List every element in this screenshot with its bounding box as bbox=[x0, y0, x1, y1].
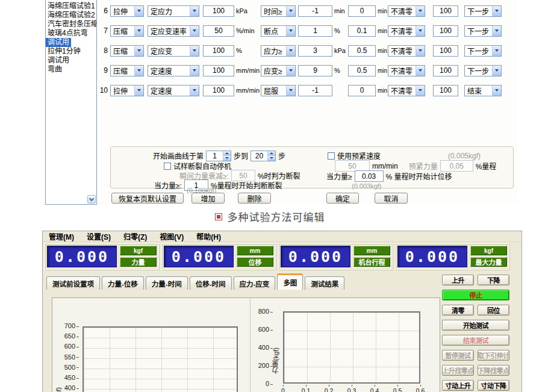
clear-mode-select[interactable]: 不清零 bbox=[388, 25, 425, 37]
target-value-input[interactable]: 100 bbox=[203, 85, 234, 96]
control-button[interactable]: 下降找零点 bbox=[478, 365, 509, 376]
percent-input[interactable]: 100 bbox=[433, 45, 458, 57]
tab[interactable]: 测试结果 bbox=[305, 276, 344, 290]
method-list-item[interactable]: 汽车密封条压缩 bbox=[46, 20, 96, 29]
delete-button[interactable]: 删除 bbox=[238, 193, 271, 204]
method-list-item[interactable]: 拉伸1分钟 bbox=[46, 47, 96, 56]
percent-input[interactable]: 100 bbox=[433, 85, 458, 96]
method-list-item[interactable]: 海绵压缩试验1 bbox=[46, 2, 96, 11]
tab[interactable]: 力量-时间 bbox=[146, 276, 188, 290]
chevron-down-icon bbox=[89, 196, 94, 201]
clear-mode-select[interactable]: 不清零 bbox=[388, 45, 425, 57]
next-step-select[interactable]: 下一步 bbox=[464, 65, 502, 76]
add-button[interactable]: 增加 bbox=[191, 193, 225, 204]
direction-select[interactable]: 拉伸 bbox=[110, 5, 144, 17]
menu-item[interactable]: 设置(S) bbox=[87, 231, 111, 241]
method-list-item[interactable]: 调试用 bbox=[46, 38, 71, 47]
menu-item[interactable]: 归零(Z) bbox=[123, 231, 147, 241]
y-tick-label: 550 bbox=[61, 352, 79, 362]
target-value-input[interactable]: 100 bbox=[203, 65, 234, 76]
end-condition-select[interactable]: 时间≥ bbox=[261, 5, 296, 17]
channel-badge: 机台行程 bbox=[353, 257, 390, 267]
tab[interactable]: 力量-位移 bbox=[102, 276, 144, 290]
end-condition-select[interactable]: 屈服 bbox=[261, 85, 296, 96]
spinner-arrows-icon[interactable] bbox=[267, 151, 275, 161]
hold-time-input[interactable]: 0.5 bbox=[348, 45, 376, 57]
method-list-item[interactable]: 调试用 bbox=[46, 56, 96, 65]
tab[interactable]: 测试前设置项 bbox=[46, 276, 100, 290]
target-value-input[interactable]: 50 bbox=[203, 25, 234, 37]
control-mode-select[interactable]: 定速度 bbox=[148, 65, 199, 76]
control-mode-select[interactable]: 定应变速率 bbox=[148, 25, 199, 37]
ok-button[interactable]: 确定 bbox=[326, 193, 359, 204]
menu-item[interactable]: 视图(V) bbox=[160, 231, 184, 241]
condition-value-input[interactable]: 1 bbox=[298, 25, 332, 37]
direction-select[interactable]: 压缩 bbox=[110, 45, 144, 57]
chevron-down-icon bbox=[286, 86, 295, 96]
condition-value-input[interactable]: 9 bbox=[298, 65, 332, 76]
cancel-button[interactable]: 取消 bbox=[375, 193, 408, 204]
control-button[interactable]: 上升找零点 bbox=[442, 365, 474, 376]
control-mode-value: 定应力 bbox=[151, 6, 172, 16]
control-button[interactable]: 上升 bbox=[442, 275, 474, 285]
control-button[interactable]: 暂停测试 bbox=[442, 350, 474, 361]
control-button[interactable]: 清零 bbox=[442, 305, 474, 316]
end-condition-select[interactable]: 断点 bbox=[261, 25, 296, 37]
method-list-item[interactable]: 玻璃4点抗弯 bbox=[46, 29, 96, 38]
tab[interactable]: 应力-应变 bbox=[234, 276, 276, 290]
control-button[interactable]: 寸动上升 bbox=[442, 380, 474, 391]
control-button[interactable]: 开始测试 bbox=[442, 320, 509, 331]
next-step-select[interactable]: 结束 bbox=[464, 85, 502, 96]
control-button[interactable]: 停止 bbox=[442, 290, 509, 300]
direction-select[interactable]: 压缩 bbox=[110, 25, 144, 37]
percent-input[interactable]: 100 bbox=[433, 5, 458, 17]
target-value-input[interactable]: 100 bbox=[203, 5, 234, 17]
restore-defaults-button[interactable]: 恢复本页默认设置 bbox=[111, 193, 184, 204]
control-mode-select[interactable]: 定应变 bbox=[148, 45, 199, 57]
control-button[interactable]: 取下引伸计 bbox=[478, 350, 509, 361]
control-button[interactable]: 回位 bbox=[478, 305, 509, 316]
chevron-down-icon bbox=[286, 6, 295, 16]
end-condition-select[interactable]: 应变≥ bbox=[261, 65, 296, 76]
hold-time-input[interactable]: 0.5 bbox=[348, 65, 376, 76]
end-condition-select[interactable]: 应力≥ bbox=[261, 45, 296, 57]
next-step-select[interactable]: 下一步 bbox=[464, 25, 502, 37]
condition-value-input[interactable]: -1 bbox=[298, 85, 332, 96]
x-tick-label: 0.6 bbox=[409, 385, 432, 392]
menu-item[interactable]: 管理(M) bbox=[49, 231, 74, 241]
clear-mode-select[interactable]: 不清零 bbox=[388, 5, 425, 17]
percent-input[interactable]: 100 bbox=[433, 65, 458, 76]
clear-mode-value: 不清零 bbox=[391, 6, 412, 16]
direction-select[interactable]: 压缩 bbox=[110, 65, 144, 76]
target-value-input[interactable]: 100 bbox=[203, 45, 234, 57]
condition-value-input[interactable]: 3 bbox=[298, 45, 332, 57]
hold-time-input[interactable]: 0 bbox=[348, 5, 376, 17]
control-button[interactable]: 寸动下降 bbox=[478, 380, 509, 391]
break-stop-checkbox[interactable] bbox=[164, 163, 171, 170]
scroll-down-button[interactable] bbox=[87, 195, 96, 204]
control-mode-select[interactable]: 定速度 bbox=[148, 85, 199, 96]
control-button[interactable]: 结束测试 bbox=[442, 335, 509, 346]
menu-item[interactable]: 帮助(H) bbox=[196, 231, 221, 241]
hold-time-input[interactable]: 0 bbox=[348, 85, 376, 96]
tab[interactable]: 位移-时间 bbox=[190, 276, 232, 290]
curve-from-value: 1 bbox=[207, 151, 223, 161]
next-step-select[interactable]: 下一步 bbox=[464, 45, 502, 57]
tab[interactable]: 多图 bbox=[277, 273, 303, 290]
curve-to-spinner[interactable]: 20 bbox=[251, 151, 276, 161]
control-button[interactable]: 下降 bbox=[478, 275, 509, 285]
condition-value-input[interactable]: -1 bbox=[298, 5, 332, 17]
spinner-arrows-icon[interactable] bbox=[223, 151, 231, 161]
hold-time-input[interactable]: 0.1 bbox=[348, 25, 376, 37]
method-list-item[interactable]: 弯曲 bbox=[46, 65, 96, 74]
clear-mode-select[interactable]: 不清零 bbox=[388, 85, 425, 96]
method-list-item[interactable]: 海绵压缩试验2 bbox=[46, 11, 96, 20]
control-mode-select[interactable]: 定应力 bbox=[148, 5, 199, 17]
step-row: 10 拉伸 定速度 100 mm/min 屈服 -1 0 min bbox=[98, 84, 516, 96]
curve-from-spinner[interactable]: 1 bbox=[206, 151, 231, 161]
direction-select[interactable]: 拉伸 bbox=[110, 85, 144, 96]
pretension-checkbox[interactable] bbox=[328, 152, 335, 160]
next-step-select[interactable]: 下一步 bbox=[464, 5, 502, 17]
percent-input[interactable]: 100 bbox=[433, 25, 458, 37]
clear-mode-select[interactable]: 不清零 bbox=[388, 65, 425, 76]
